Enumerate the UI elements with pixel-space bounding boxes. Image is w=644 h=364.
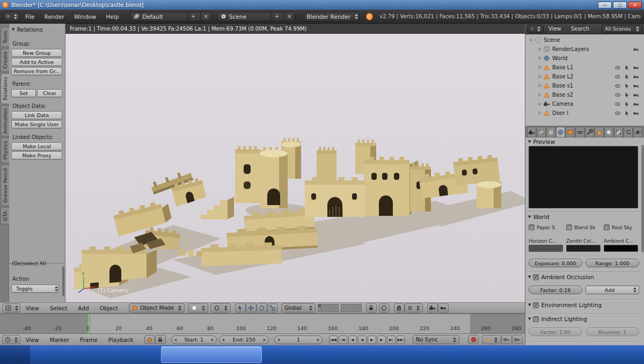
expand-dot-icon[interactable] xyxy=(538,103,541,105)
tab-render-layers[interactable] xyxy=(537,127,546,137)
camera-toggle-icon[interactable] xyxy=(633,74,639,80)
tab-texture[interactable] xyxy=(614,127,623,137)
indirect-checkbox[interactable] xyxy=(533,316,539,322)
cursor-icon[interactable] xyxy=(624,83,630,89)
keying-set-dropdown[interactable]: ◆ xyxy=(482,335,501,344)
tab-relations[interactable]: Relations xyxy=(1,73,9,104)
snap-toggle[interactable] xyxy=(394,303,405,312)
range-slider[interactable]: Range:1.000 xyxy=(586,259,639,267)
make-single-user-button[interactable]: Make Single User xyxy=(11,120,62,128)
expand-dot-icon[interactable] xyxy=(530,39,532,41)
outliner-menu-view[interactable]: View xyxy=(544,26,566,32)
remove-layout-button[interactable]: × xyxy=(200,12,210,21)
screen-layout-selector[interactable]: Default + × xyxy=(130,12,211,21)
menu-file[interactable]: File xyxy=(20,13,40,20)
tab-particles[interactable] xyxy=(624,127,633,137)
outliner-editor-type-button[interactable] xyxy=(528,25,544,33)
manipulator-rotate-toggle[interactable] xyxy=(257,303,267,312)
expand-dot-icon[interactable] xyxy=(538,112,541,114)
tab-animation[interactable]: Animation xyxy=(1,105,9,136)
titlebar[interactable]: Blender* [C:\Users\omar\Desktop\castle.b… xyxy=(0,0,644,10)
new-group-button[interactable]: New Group xyxy=(11,49,62,57)
delete-keyframe-button[interactable] xyxy=(512,335,523,344)
pivot-point-dropdown[interactable] xyxy=(210,303,231,312)
menu-render[interactable]: Render xyxy=(40,13,69,20)
sync-dropdown[interactable]: No Sync xyxy=(413,335,459,344)
environment-lighting-panel-header[interactable]: ▼ ✓ Environment Lighting xyxy=(528,302,602,308)
prev-frame-button[interactable]: ◀ xyxy=(348,336,357,344)
minimize-button[interactable]: — xyxy=(598,2,612,9)
camera-toggle-icon[interactable] xyxy=(633,83,639,89)
eye-icon[interactable] xyxy=(614,110,621,117)
remove-scene-button[interactable]: × xyxy=(284,12,294,21)
transform-orientation-dropdown[interactable]: Global xyxy=(281,303,316,312)
operator-panel-header[interactable]: (De)select All xyxy=(12,260,46,266)
timeline-menu-frame[interactable]: Frame xyxy=(75,337,103,343)
tab-gta[interactable]: GTA xyxy=(1,207,9,224)
taskbar-window-button[interactable] xyxy=(161,346,262,363)
tab-material[interactable] xyxy=(604,127,613,137)
jump-to-end-button[interactable]: ▶▶| xyxy=(397,336,405,344)
3d-viewport[interactable]: x z Frame:1 | Time:00:04.33 | Ve:39425 F… xyxy=(65,24,525,302)
start-button-area[interactable] xyxy=(0,345,30,364)
make-proxy-button[interactable]: Make Proxy xyxy=(11,151,62,159)
castle-model-canvas[interactable]: x z xyxy=(65,24,525,302)
render-toggle-icon[interactable] xyxy=(633,46,639,53)
add-scene-button[interactable]: + xyxy=(272,12,282,21)
tab-physics[interactable]: Physics xyxy=(1,137,9,163)
indirect-factor-slider[interactable]: Factor:1.00 xyxy=(529,327,582,336)
opengl-render-anim-button[interactable] xyxy=(438,303,449,312)
windows-taskbar[interactable] xyxy=(0,345,644,364)
remove-from-group-button[interactable]: Remove from Gr... xyxy=(11,67,62,75)
cursor-icon[interactable] xyxy=(624,110,630,117)
cursor-icon[interactable] xyxy=(624,64,630,71)
scene-selector[interactable]: Scene + × xyxy=(217,12,295,21)
insert-keyframe-button[interactable] xyxy=(501,335,512,344)
menu-help[interactable]: Help xyxy=(101,13,123,20)
properties-scrollbar[interactable] xyxy=(641,145,644,252)
auto-keyframe-toggle[interactable] xyxy=(144,335,155,344)
tab-object[interactable] xyxy=(566,127,575,137)
tab-object-data[interactable] xyxy=(595,127,604,137)
blend-sky-toggle[interactable]: Blend Sk xyxy=(566,224,595,230)
snap-element-dropdown[interactable] xyxy=(405,303,423,312)
manipulator-scale-toggle[interactable] xyxy=(267,303,278,312)
ambient-occlusion-panel-header[interactable]: ▼ ✓ Ambient Occlusion xyxy=(528,274,594,280)
menu-add[interactable]: Add xyxy=(72,305,94,311)
outliner-row-base-l1[interactable]: Base L1 xyxy=(525,63,644,72)
outliner-row-renderlayers[interactable]: RenderLayers xyxy=(525,45,644,54)
layer-cell[interactable] xyxy=(318,304,321,308)
close-button[interactable]: × xyxy=(628,2,642,9)
play-reverse-button[interactable]: ◀ xyxy=(358,336,367,344)
world-panel-header[interactable]: ▼ World xyxy=(528,214,549,220)
timeline-editor-type-button[interactable] xyxy=(2,335,20,344)
camera-toggle-icon[interactable] xyxy=(633,110,639,117)
outliner-row-scene[interactable]: Scene xyxy=(525,35,644,45)
start-frame-field[interactable]: Start: 1 xyxy=(171,336,217,344)
cursor-icon[interactable] xyxy=(624,101,630,107)
eye-icon[interactable] xyxy=(614,64,621,71)
timeline-menu-view[interactable]: View xyxy=(20,337,45,343)
link-data-button[interactable]: Link Data xyxy=(11,111,62,119)
render-engine-selector[interactable]: Blender Render xyxy=(304,12,360,21)
keyingset-lock-toggle[interactable] xyxy=(155,335,166,344)
outliner-menu-search[interactable]: Search xyxy=(566,26,594,32)
eye-icon[interactable] xyxy=(614,101,621,107)
outliner-row-base-l2[interactable]: Base L2 xyxy=(525,72,644,81)
outliner-row-base-s2[interactable]: Base s2 xyxy=(525,90,644,99)
ambient-color-swatch[interactable] xyxy=(604,245,638,252)
tab-physics[interactable] xyxy=(633,127,642,137)
eye-icon[interactable] xyxy=(614,83,621,89)
camera-toggle-icon[interactable] xyxy=(633,101,639,107)
tab-constraints[interactable] xyxy=(575,127,584,137)
toolshelf-scrollbar[interactable] xyxy=(62,266,64,296)
camera-toggle-icon[interactable] xyxy=(633,64,639,71)
tab-tools[interactable]: Tools xyxy=(1,27,9,47)
expand-dot-icon[interactable] xyxy=(538,57,541,60)
expand-dot-icon[interactable] xyxy=(538,48,541,50)
menu-window[interactable]: Window xyxy=(69,13,101,20)
eye-icon[interactable] xyxy=(614,92,621,98)
ao-blend-dropdown[interactable]: Add xyxy=(586,286,639,294)
horizon-color-swatch[interactable] xyxy=(529,245,563,252)
editor-type-button[interactable] xyxy=(3,12,20,21)
